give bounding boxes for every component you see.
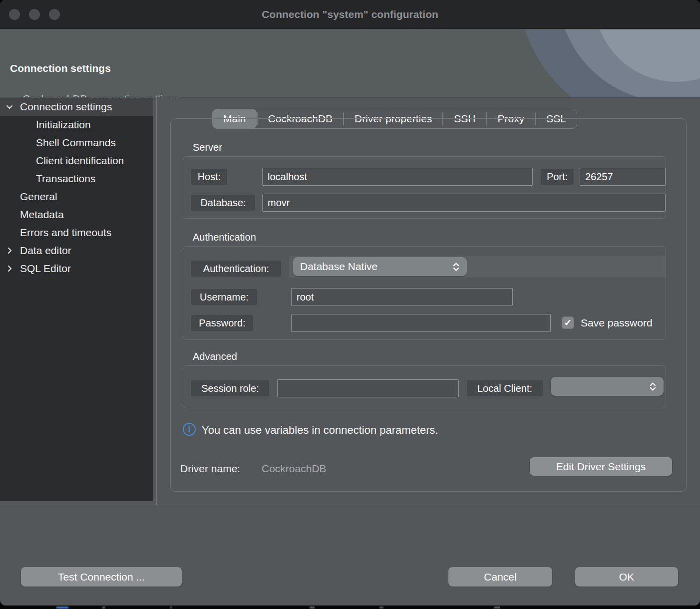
sidebar-item-label: Data editor [20, 242, 71, 260]
chevron-right-icon[interactable] [4, 264, 14, 274]
host-label: Host: [191, 169, 227, 185]
advanced-group: Session role: Local Client: [183, 365, 666, 408]
sidebar-item-shell-commands[interactable]: Shell Commands [0, 134, 153, 152]
sidebar-item-label: General [20, 188, 57, 206]
database-label: Database: [191, 195, 255, 211]
title-bar: Connection "system" configuration [0, 0, 700, 29]
settings-content: Main CockroachDB Driver properties SSH P… [157, 98, 700, 506]
window-title: Connection "system" configuration [0, 0, 700, 29]
connection-config-dialog: Connection "system" configuration Connec… [0, 0, 700, 606]
password-label: Password: [191, 315, 253, 331]
authentication-dropdown[interactable]: Database Native [293, 257, 467, 276]
local-client-label: Local Client: [467, 380, 543, 396]
sidebar-item-label: SQL Editor [20, 260, 71, 278]
sidebar-item-label: Metadata [20, 206, 64, 224]
background-fragment [102, 607, 105, 609]
sidebar-item-label: Initialization [36, 116, 91, 134]
port-label: Port: [541, 169, 574, 185]
background-window-strip [0, 606, 700, 609]
local-client-dropdown[interactable] [551, 377, 664, 396]
sidebar-item-label: Errors and timeouts [20, 224, 111, 242]
background-fragment [379, 607, 383, 609]
sidebar-item-label: Connection settings [20, 98, 112, 116]
sidebar-item-label: Transactions [36, 170, 95, 188]
sidebar-item-metadata[interactable]: Metadata [0, 206, 153, 224]
sidebar-item-data-editor[interactable]: Data editor [0, 242, 153, 260]
background-fragment [170, 607, 172, 609]
sidebar-item-initialization[interactable]: Initialization [0, 116, 153, 134]
page-title: Connection settings [10, 62, 111, 74]
background-fragment [310, 607, 315, 609]
cancel-button[interactable]: Cancel [448, 567, 552, 587]
sidebar-item-label: Shell Commands [36, 134, 116, 152]
authentication-group: Authentication: Database Native Username… [183, 246, 666, 340]
settings-tree: Connection settings Initialization Shell… [0, 98, 153, 501]
chevron-down-icon[interactable] [4, 102, 14, 112]
driver-name-value: CockroachDB [262, 463, 327, 475]
test-connection-button[interactable]: Test Connection ... [21, 567, 182, 587]
updown-chevron-icon [649, 382, 657, 391]
chevron-right-icon[interactable] [4, 246, 14, 256]
sidebar-item-label: Client identification [36, 152, 124, 170]
background-fragment [494, 607, 500, 609]
driver-name-label: Driver name: [180, 463, 240, 475]
edit-driver-settings-button[interactable]: Edit Driver Settings [530, 457, 672, 476]
session-role-label: Session role: [191, 380, 269, 396]
username-label: Username: [191, 289, 257, 305]
info-icon: i [183, 423, 196, 436]
sidebar-item-general[interactable]: General [0, 188, 153, 206]
dialog-header: Connection settings CockroachDB connecti… [0, 29, 700, 98]
save-password-label: Save password [581, 317, 653, 329]
page-subtitle: CockroachDB connection settings [22, 93, 180, 98]
sidebar-item-connection-settings[interactable]: Connection settings [0, 98, 153, 116]
info-message: You can use variables in connection para… [202, 424, 438, 437]
authentication-label: Authentication: [191, 261, 281, 277]
authentication-dropdown-value: Database Native [300, 261, 448, 273]
authentication-section-label: Authentication [193, 232, 256, 243]
password-input[interactable] [291, 314, 551, 332]
dialog-footer: Test Connection ... Cancel OK [0, 506, 700, 606]
session-role-input[interactable] [277, 379, 459, 397]
database-input[interactable] [262, 194, 666, 212]
sidebar-item-client-identification[interactable]: Client identification [0, 152, 153, 170]
host-input[interactable] [262, 168, 533, 186]
port-input[interactable] [580, 168, 666, 186]
main-tab-panel: Server Host: Port: Database: Authenticat… [170, 118, 687, 492]
sidebar-item-sql-editor[interactable]: SQL Editor [0, 260, 153, 278]
ok-button[interactable]: OK [575, 567, 678, 587]
save-password-checkbox[interactable]: ✓ [562, 316, 574, 329]
updown-chevron-icon [452, 262, 460, 272]
sidebar-item-errors-and-timeouts[interactable]: Errors and timeouts [0, 224, 153, 242]
background-fragment [56, 607, 68, 609]
username-input[interactable] [291, 288, 513, 306]
server-section-label: Server [193, 142, 222, 153]
dialog-body: Connection settings Initialization Shell… [0, 98, 700, 506]
server-group: Host: Port: Database: [183, 156, 666, 219]
sidebar-item-transactions[interactable]: Transactions [0, 170, 153, 188]
advanced-section-label: Advanced [193, 351, 237, 362]
